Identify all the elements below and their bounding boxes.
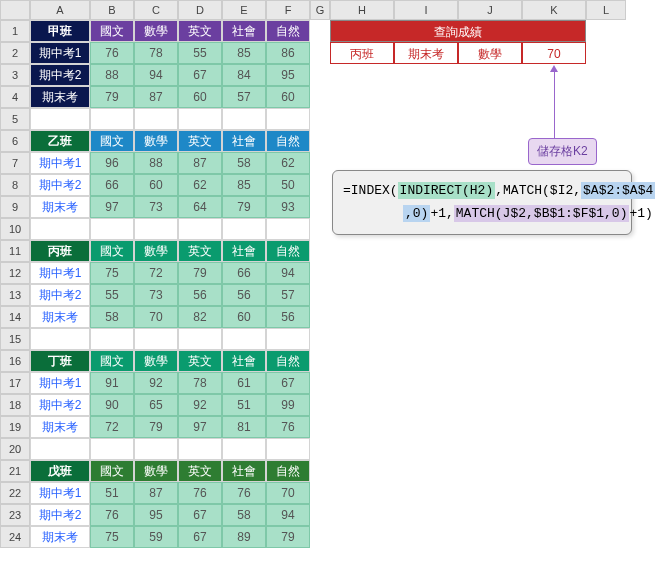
exam-label[interactable]: 期末考: [30, 86, 90, 108]
data-cell[interactable]: 97: [90, 196, 134, 218]
col-header-a[interactable]: A: [30, 0, 90, 20]
data-cell[interactable]: 87: [134, 86, 178, 108]
exam-label[interactable]: 期中考2: [30, 504, 90, 526]
row-header[interactable]: 12: [0, 262, 30, 284]
data-cell[interactable]: 70: [266, 482, 310, 504]
data-cell[interactable]: 85: [222, 174, 266, 196]
data-cell[interactable]: 60: [134, 174, 178, 196]
data-cell[interactable]: 57: [266, 284, 310, 306]
row-header[interactable]: 6: [0, 130, 30, 152]
data-cell[interactable]: 58: [222, 152, 266, 174]
exam-label[interactable]: 期中考2: [30, 284, 90, 306]
data-cell[interactable]: 95: [134, 504, 178, 526]
data-cell[interactable]: 67: [178, 526, 222, 548]
row-header[interactable]: 9: [0, 196, 30, 218]
exam-label[interactable]: 期末考: [30, 416, 90, 438]
data-cell[interactable]: 58: [90, 306, 134, 328]
row-header[interactable]: 17: [0, 372, 30, 394]
exam-label[interactable]: 期中考1: [30, 42, 90, 64]
query-class[interactable]: 丙班: [330, 42, 394, 64]
data-cell[interactable]: 55: [178, 42, 222, 64]
blank[interactable]: [90, 108, 134, 130]
data-cell[interactable]: 76: [222, 482, 266, 504]
blank[interactable]: [222, 438, 266, 460]
row-header[interactable]: 21: [0, 460, 30, 482]
blank[interactable]: [266, 218, 310, 240]
row-header[interactable]: 19: [0, 416, 30, 438]
data-cell[interactable]: 56: [266, 306, 310, 328]
row-header[interactable]: 24: [0, 526, 30, 548]
data-cell[interactable]: 99: [266, 394, 310, 416]
col-header-f[interactable]: F: [266, 0, 310, 20]
row-header[interactable]: 22: [0, 482, 30, 504]
row-header[interactable]: 18: [0, 394, 30, 416]
blank[interactable]: [30, 438, 90, 460]
col-header-k[interactable]: K: [522, 0, 586, 20]
data-cell[interactable]: 87: [178, 152, 222, 174]
blank[interactable]: [134, 218, 178, 240]
data-cell[interactable]: 92: [134, 372, 178, 394]
exam-label[interactable]: 期中考2: [30, 174, 90, 196]
data-cell[interactable]: 75: [90, 526, 134, 548]
query-result[interactable]: 70: [522, 42, 586, 64]
exam-label[interactable]: 期中考1: [30, 482, 90, 504]
row-header[interactable]: 23: [0, 504, 30, 526]
data-cell[interactable]: 94: [266, 262, 310, 284]
exam-label[interactable]: 期末考: [30, 306, 90, 328]
exam-label[interactable]: 期中考2: [30, 64, 90, 86]
spreadsheet[interactable]: A B C D E F G H I J K L 1甲班國文數學英文社會自然2期中…: [0, 0, 626, 548]
blank[interactable]: [178, 218, 222, 240]
data-cell[interactable]: 76: [90, 504, 134, 526]
blank[interactable]: [178, 328, 222, 350]
query-subject[interactable]: 數學: [458, 42, 522, 64]
blank[interactable]: [178, 108, 222, 130]
class-name[interactable]: 戊班: [30, 460, 90, 482]
data-cell[interactable]: 96: [90, 152, 134, 174]
data-cell[interactable]: 94: [134, 64, 178, 86]
data-cell[interactable]: 79: [134, 416, 178, 438]
subject-header[interactable]: 數學: [134, 130, 178, 152]
data-cell[interactable]: 72: [134, 262, 178, 284]
row-header[interactable]: 1: [0, 20, 30, 42]
exam-label[interactable]: 期末考: [30, 196, 90, 218]
data-cell[interactable]: 90: [90, 394, 134, 416]
class-name[interactable]: 甲班: [30, 20, 90, 42]
row-header[interactable]: 3: [0, 64, 30, 86]
blank[interactable]: [30, 108, 90, 130]
row-header[interactable]: 8: [0, 174, 30, 196]
subject-header[interactable]: 自然: [266, 350, 310, 372]
blank[interactable]: [30, 218, 90, 240]
data-cell[interactable]: 67: [178, 504, 222, 526]
subject-header[interactable]: 社會: [222, 240, 266, 262]
blank[interactable]: [90, 328, 134, 350]
data-cell[interactable]: 91: [90, 372, 134, 394]
subject-header[interactable]: 數學: [134, 240, 178, 262]
data-cell[interactable]: 75: [90, 262, 134, 284]
subject-header[interactable]: 社會: [222, 20, 266, 42]
blank[interactable]: [222, 218, 266, 240]
data-cell[interactable]: 79: [222, 196, 266, 218]
data-cell[interactable]: 84: [222, 64, 266, 86]
data-cell[interactable]: 97: [178, 416, 222, 438]
data-cell[interactable]: 57: [222, 86, 266, 108]
subject-header[interactable]: 數學: [134, 20, 178, 42]
data-cell[interactable]: 64: [178, 196, 222, 218]
col-header-j[interactable]: J: [458, 0, 522, 20]
blank[interactable]: [222, 328, 266, 350]
data-cell[interactable]: 60: [178, 86, 222, 108]
subject-header[interactable]: 自然: [266, 460, 310, 482]
data-cell[interactable]: 73: [134, 196, 178, 218]
subject-header[interactable]: 國文: [90, 240, 134, 262]
data-cell[interactable]: 87: [134, 482, 178, 504]
data-cell[interactable]: 79: [178, 262, 222, 284]
data-cell[interactable]: 55: [90, 284, 134, 306]
data-cell[interactable]: 61: [222, 372, 266, 394]
col-header-d[interactable]: D: [178, 0, 222, 20]
subject-header[interactable]: 社會: [222, 350, 266, 372]
row-header[interactable]: 4: [0, 86, 30, 108]
data-cell[interactable]: 76: [266, 416, 310, 438]
blank[interactable]: [222, 108, 266, 130]
data-cell[interactable]: 65: [134, 394, 178, 416]
row-header[interactable]: 16: [0, 350, 30, 372]
subject-header[interactable]: 自然: [266, 240, 310, 262]
